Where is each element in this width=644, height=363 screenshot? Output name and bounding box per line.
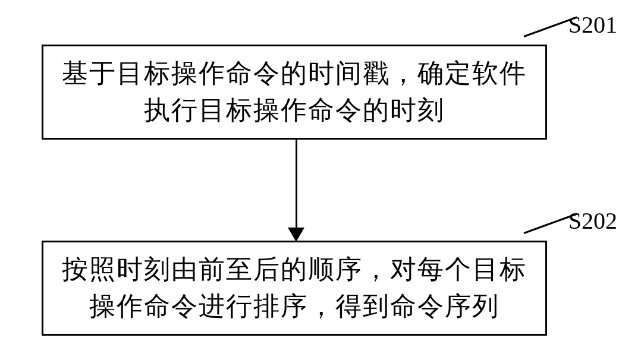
arrow-line — [296, 140, 297, 232]
step-label-2: S202 — [568, 207, 617, 235]
flow-arrow — [291, 140, 303, 241]
arrow-head-icon — [288, 228, 304, 242]
step-1-text: 基于目标操作命令的时间戳，确定软件执行目标操作命令的时刻 — [61, 55, 527, 128]
flowchart-step-2: 按照时刻由前至后的顺序，对每个目标操作命令进行排序，得到命令序列 — [42, 241, 547, 336]
flowchart-container: S201 基于目标操作命令的时间戳，确定软件执行目标操作命令的时刻 S202 按… — [0, 0, 644, 363]
flowchart-step-1: 基于目标操作命令的时间戳，确定软件执行目标操作命令的时刻 — [42, 45, 547, 140]
step-2-text: 按照时刻由前至后的顺序，对每个目标操作命令进行排序，得到命令序列 — [61, 251, 527, 324]
step-label-1: S201 — [568, 11, 617, 39]
